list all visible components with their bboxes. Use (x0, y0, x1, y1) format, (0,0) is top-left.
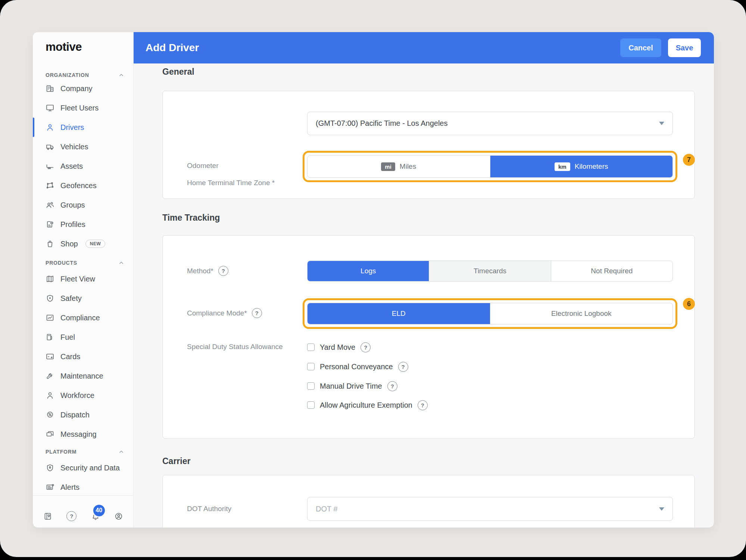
help-icon[interactable]: ? (218, 266, 228, 276)
sidebar-item-fleet-view[interactable]: Fleet View (33, 269, 133, 289)
help-icon[interactable]: ? (398, 362, 408, 372)
sidebar-item-alerts[interactable]: Alerts (33, 477, 133, 497)
dot-authority-label: DOT Authority (187, 505, 231, 513)
groups-icon (46, 200, 54, 209)
allow-agriculture-exemption-label: Allow Agriculture Exemption (320, 401, 412, 410)
help-icon[interactable]: ? (252, 308, 262, 318)
map-icon (46, 274, 54, 283)
allow-agriculture-exemption-checkbox[interactable] (307, 401, 315, 409)
general-card: Home Terminal Time Zone * (GMT-07:00) Pa… (162, 91, 695, 199)
method-option-timecards[interactable]: Timecards (429, 261, 550, 281)
manual-drive-time-checkbox[interactable] (307, 382, 315, 390)
wrench-icon (46, 371, 54, 380)
notifications-button[interactable]: 40 (91, 512, 100, 521)
fuel-pump-icon (46, 333, 54, 342)
sidebar-item-label: Messaging (60, 430, 97, 439)
sidebar-item-fuel[interactable]: Fuel (33, 327, 133, 347)
cancel-button[interactable]: Cancel (620, 38, 661, 57)
mi-unit-chip: mi (381, 162, 395, 171)
odometer-option-miles[interactable]: mi Miles (308, 156, 490, 177)
person-icon (46, 391, 54, 400)
sidebar-footer: ? 40 (33, 495, 134, 528)
sidebar-item-safety[interactable]: Safety (33, 289, 133, 308)
guide-book-icon[interactable] (43, 512, 52, 521)
help-icon[interactable]: ? (418, 400, 428, 410)
personal-conveyance-label: Personal Conveyance (320, 363, 393, 371)
yard-move-checkbox[interactable] (307, 343, 315, 351)
time-tracking-card: Method* ? Logs Timecards Not Required Co… (162, 235, 695, 439)
annotation-step-badge-6: 6 (683, 298, 695, 310)
driver-person-icon (46, 123, 54, 132)
save-button[interactable]: Save (668, 38, 701, 57)
account-icon[interactable] (114, 512, 123, 521)
compliance-mode-label: Compliance Mode* ? (187, 308, 262, 318)
sidebar-item-assets[interactable]: Assets (33, 156, 133, 176)
dot-number-input[interactable] (316, 505, 664, 513)
sidebar-item-company[interactable]: Company (33, 79, 133, 98)
new-badge: NEW (85, 240, 106, 248)
yard-move-label: Yard Move (320, 343, 355, 352)
method-option-logs[interactable]: Logs (308, 261, 429, 281)
sidebar-item-security-and-data[interactable]: Security and Data (33, 458, 133, 477)
chevron-up-icon[interactable] (118, 259, 125, 267)
help-icon[interactable]: ? (387, 381, 397, 391)
personal-conveyance-row: Personal Conveyance ? (307, 361, 408, 372)
dispatch-compass-icon (46, 410, 54, 419)
sidebar-item-label: Drivers (60, 123, 84, 132)
help-icon[interactable]: ? (360, 342, 371, 352)
compliance-option-eld[interactable]: ELD (308, 303, 490, 324)
section-label: PRODUCTS (46, 260, 77, 266)
help-icon[interactable]: ? (66, 511, 77, 521)
sidebar-item-workforce[interactable]: Workforce (33, 386, 133, 405)
sidebar-item-messaging[interactable]: Messaging (33, 424, 133, 444)
chevron-up-icon[interactable] (118, 71, 125, 79)
app-page-background: motive ORGANIZATION Company Fleet Users … (0, 0, 746, 557)
km-unit-chip: km (555, 162, 570, 171)
compliance-option-electronic-logbook[interactable]: Electronic Logbook (490, 303, 673, 324)
annotation-step-badge-7: 7 (683, 154, 695, 166)
sidebar-item-label: Maintenance (60, 372, 103, 380)
sidebar-item-label: Fleet View (60, 275, 95, 283)
dropdown-arrow-icon (659, 507, 664, 511)
shield-icon (46, 294, 54, 303)
sidebar-item-label: Cards (60, 352, 80, 361)
sidebar-item-maintenance[interactable]: Maintenance (33, 366, 133, 386)
sidebar-item-geofences[interactable]: Geofences (33, 176, 133, 195)
sidebar-item-label: Company (60, 84, 93, 93)
timezone-select[interactable]: (GMT-07:00) Pacific Time - Los Angeles (307, 112, 673, 135)
sidebar-item-cards[interactable]: Cards (33, 347, 133, 366)
sidebar-item-shop[interactable]: Shop NEW (33, 234, 133, 253)
sidebar-item-label: Vehicles (60, 143, 88, 151)
special-duty-label: Special Duty Status Allowance (187, 343, 283, 351)
sidebar-item-fleet-users[interactable]: Fleet Users (33, 98, 133, 118)
geofence-icon (46, 181, 54, 190)
sidebar-item-profiles[interactable]: Profiles (33, 215, 133, 234)
credit-card-icon (46, 352, 54, 361)
time-tracking-section-heading: Time Tracking (162, 213, 220, 223)
sidebar-item-compliance[interactable]: Compliance (33, 308, 133, 327)
sidebar-item-vehicles[interactable]: Vehicles (33, 137, 133, 156)
logbook-chart-icon (46, 313, 54, 322)
timezone-label: Home Terminal Time Zone * (187, 179, 275, 187)
chat-icon (46, 430, 54, 439)
sidebar-item-groups[interactable]: Groups (33, 195, 133, 215)
chevron-up-icon[interactable] (118, 448, 125, 455)
method-option-not-required[interactable]: Not Required (551, 261, 672, 281)
sidebar: motive ORGANIZATION Company Fleet Users … (33, 32, 134, 528)
trailer-icon (46, 162, 54, 171)
odometer-option-kilometers[interactable]: km Kilometers (490, 156, 673, 177)
sidebar-item-dispatch[interactable]: Dispatch (33, 405, 133, 424)
personal-conveyance-checkbox[interactable] (307, 363, 315, 370)
sidebar-item-drivers[interactable]: Drivers (33, 118, 133, 137)
notification-count-badge: 40 (92, 504, 106, 517)
truck-icon (46, 142, 54, 151)
compliance-mode-toggle: ELD Electronic Logbook (307, 303, 673, 324)
sidebar-item-label: Alerts (60, 483, 79, 492)
active-indicator-bar (33, 118, 34, 137)
dot-authority-select[interactable] (307, 497, 673, 521)
sidebar-item-label: Dispatch (60, 411, 90, 419)
yard-move-row: Yard Move ? (307, 342, 371, 352)
profile-gear-icon (46, 220, 54, 229)
section-label: ORGANIZATION (46, 72, 89, 78)
sidebar-section-platform: PLATFORM (46, 448, 125, 456)
